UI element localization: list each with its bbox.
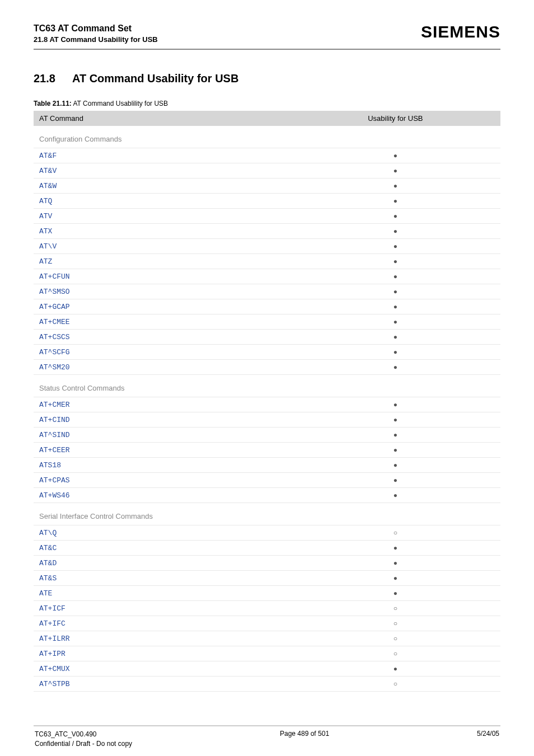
usability-indicator: ○ bbox=[291, 601, 500, 616]
at-command-link[interactable]: ATS18 bbox=[39, 461, 61, 469]
doc-title: TC63 AT Command Set bbox=[34, 22, 158, 35]
usability-indicator: ● bbox=[291, 163, 500, 179]
at-command-link[interactable]: AT+IFC bbox=[39, 619, 65, 628]
footer-confidential: Confidential / Draft - Do not copy bbox=[35, 739, 132, 749]
at-command-link[interactable]: AT+CIND bbox=[39, 416, 70, 424]
at-command-link[interactable]: AT+IPR bbox=[39, 650, 65, 658]
usability-indicator: ● bbox=[291, 488, 500, 503]
at-command-link[interactable]: AT+CFUN bbox=[39, 273, 70, 281]
table-row: AT+WS46● bbox=[34, 488, 500, 503]
table-row: ATS18● bbox=[34, 458, 500, 473]
table-row: AT&S● bbox=[34, 571, 500, 586]
usability-indicator: ● bbox=[291, 412, 500, 428]
table-row: ATQ● bbox=[34, 194, 500, 209]
table-row: AT+CMUX● bbox=[34, 661, 500, 677]
at-command-link[interactable]: ATV bbox=[39, 212, 52, 220]
table-group-header: Status Control Commands bbox=[34, 375, 500, 397]
at-command-link[interactable]: AT+CMUX bbox=[39, 665, 70, 673]
table-row: AT+CEER● bbox=[34, 443, 500, 458]
at-command-link[interactable]: AT+CEER bbox=[39, 446, 70, 454]
table-row: ATZ● bbox=[34, 254, 500, 269]
usability-indicator: ● bbox=[291, 148, 500, 163]
usability-indicator: ○ bbox=[291, 677, 500, 692]
usability-indicator: ● bbox=[291, 179, 500, 194]
at-command-link[interactable]: AT&F bbox=[39, 152, 57, 160]
usability-indicator: ● bbox=[291, 345, 500, 360]
usability-indicator: ● bbox=[291, 571, 500, 586]
at-command-link[interactable]: AT^SCFG bbox=[39, 348, 70, 356]
usability-indicator: ● bbox=[291, 360, 500, 375]
table-row: AT^STPB○ bbox=[34, 677, 500, 692]
at-command-link[interactable]: AT+ILRR bbox=[39, 635, 70, 643]
usability-indicator: ● bbox=[291, 314, 500, 330]
usability-indicator: ● bbox=[291, 254, 500, 269]
at-command-link[interactable]: AT&V bbox=[39, 167, 57, 175]
usb-usability-table: AT Command Usability for USB Configurati… bbox=[34, 111, 500, 692]
table-row: AT+CMER● bbox=[34, 397, 500, 412]
usability-indicator: ● bbox=[291, 586, 500, 601]
at-command-link[interactable]: ATE bbox=[39, 589, 52, 598]
usability-indicator: ● bbox=[291, 661, 500, 677]
table-row: AT+CFUN● bbox=[34, 269, 500, 284]
at-command-link[interactable]: AT^SM20 bbox=[39, 363, 70, 372]
table-row: AT+IPR○ bbox=[34, 646, 500, 661]
section-number: 21.8 bbox=[34, 72, 55, 85]
table-row: ATV● bbox=[34, 209, 500, 224]
usability-indicator: ● bbox=[291, 299, 500, 314]
usability-indicator: ● bbox=[291, 541, 500, 556]
table-row: AT&W● bbox=[34, 179, 500, 194]
table-row: AT\Q○ bbox=[34, 525, 500, 541]
at-command-link[interactable]: AT+GCAP bbox=[39, 303, 70, 311]
usability-indicator: ● bbox=[291, 330, 500, 345]
at-command-link[interactable]: ATX bbox=[39, 227, 52, 236]
usability-indicator: ● bbox=[291, 269, 500, 284]
usability-indicator: ○ bbox=[291, 631, 500, 646]
page-footer: TC63_ATC_V00.490 Confidential / Draft - … bbox=[34, 730, 500, 749]
table-caption-label: Table 21.11: bbox=[34, 100, 72, 107]
at-command-link[interactable]: AT+CPAS bbox=[39, 476, 70, 485]
usability-indicator: ● bbox=[291, 556, 500, 571]
table-row: AT+ICF○ bbox=[34, 601, 500, 616]
table-row: AT+CMEE● bbox=[34, 314, 500, 330]
footer-doc-id: TC63_ATC_V00.490 bbox=[35, 730, 132, 739]
at-command-link[interactable]: AT^SMSO bbox=[39, 288, 70, 296]
doc-subtitle: 21.8 AT Command Usability for USB bbox=[34, 35, 158, 45]
usability-indicator: ● bbox=[291, 284, 500, 299]
usability-indicator: ● bbox=[291, 458, 500, 473]
table-group-header: Serial Interface Control Commands bbox=[34, 503, 500, 525]
at-command-link[interactable]: AT+CMER bbox=[39, 401, 70, 409]
usability-indicator: ○ bbox=[291, 646, 500, 661]
footer-date: 5/24/05 bbox=[477, 730, 499, 749]
table-header-cmd: AT Command bbox=[34, 111, 291, 126]
usability-indicator: ● bbox=[291, 224, 500, 239]
at-command-link[interactable]: ATZ bbox=[39, 257, 52, 266]
at-command-link[interactable]: AT+CSCS bbox=[39, 333, 70, 341]
at-command-link[interactable]: AT+WS46 bbox=[39, 491, 70, 500]
at-command-link[interactable]: AT&S bbox=[39, 574, 57, 583]
usability-indicator: ● bbox=[291, 473, 500, 488]
at-command-link[interactable]: AT&C bbox=[39, 544, 57, 552]
footer-page-number: Page 489 of 501 bbox=[280, 730, 329, 749]
usability-indicator: ○ bbox=[291, 616, 500, 631]
section-heading: 21.8AT Command Usability for USB bbox=[34, 72, 500, 85]
at-command-link[interactable]: AT\V bbox=[39, 242, 57, 251]
at-command-link[interactable]: AT^STPB bbox=[39, 680, 70, 688]
at-command-link[interactable]: AT&W bbox=[39, 182, 57, 190]
table-row: AT^SCFG● bbox=[34, 345, 500, 360]
table-row: AT\V● bbox=[34, 239, 500, 254]
table-header-usb: Usability for USB bbox=[291, 111, 500, 126]
at-command-link[interactable]: ATQ bbox=[39, 197, 52, 205]
at-command-link[interactable]: AT&D bbox=[39, 559, 57, 567]
page-header: TC63 AT Command Set 21.8 AT Command Usab… bbox=[34, 22, 500, 44]
at-command-link[interactable]: AT+ICF bbox=[39, 604, 65, 613]
table-row: ATX● bbox=[34, 224, 500, 239]
at-command-link[interactable]: AT\Q bbox=[39, 529, 57, 537]
table-caption: Table 21.11: AT Command Usablility for U… bbox=[34, 100, 500, 107]
at-command-link[interactable]: AT^SIND bbox=[39, 431, 70, 439]
table-row: AT^SIND● bbox=[34, 428, 500, 443]
table-row: AT+ILRR○ bbox=[34, 631, 500, 646]
table-group-header: Configuration Commands bbox=[34, 126, 500, 148]
at-command-link[interactable]: AT+CMEE bbox=[39, 318, 70, 326]
table-row: AT+CSCS● bbox=[34, 330, 500, 345]
usability-indicator: ● bbox=[291, 428, 500, 443]
